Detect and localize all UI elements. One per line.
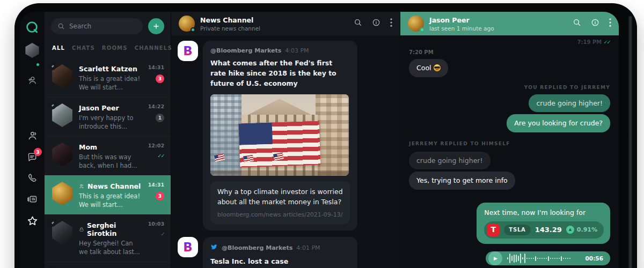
plus-icon <box>152 23 160 30</box>
search-input[interactable]: Search <box>51 18 143 34</box>
nyse-flag-photo[interactable] <box>210 94 349 176</box>
info-icon[interactable] <box>372 18 380 29</box>
ticker-symbol: TSLA <box>504 225 530 235</box>
channel-title: News Channel <box>200 16 348 24</box>
sunglasses-emoji <box>434 64 441 71</box>
chat-preview: I'm very happy to introduce this... <box>79 114 143 131</box>
contact-name: Jason Peer <box>429 16 567 24</box>
message-bubble-crude-question[interactable]: Are you looking for crude? <box>507 114 610 132</box>
chat-name: Mom <box>79 143 143 151</box>
sent-receipt: 7:19 PM✓✓ <box>577 39 610 45</box>
quoted-message[interactable]: crude going higher! <box>409 152 491 170</box>
search-row: Search <box>45 12 171 39</box>
news-messages: B @Bloomberg Markets 4:03 PM What comes … <box>171 35 400 268</box>
chat-name: Serghei Sirotkin <box>87 221 143 237</box>
unread-badge: 3 <box>156 75 164 83</box>
read-receipt: ✓ <box>161 231 164 237</box>
chat-preview: This is a great idea! We will start... <box>79 75 143 92</box>
chat-time: 14:31 <box>148 182 164 188</box>
chat-time: 10:03 <box>148 221 164 227</box>
reply-caption-you: YOU REPLIED TO JERREMY <box>524 85 610 90</box>
chats-icon[interactable]: 3 <box>27 152 38 162</box>
search-icon[interactable] <box>354 18 362 29</box>
add-contact-icon[interactable] <box>27 75 38 86</box>
tab-all[interactable]: ALL <box>52 45 65 51</box>
chat-time: 12:02 <box>148 143 164 148</box>
nav-rail: 3 <box>20 12 45 268</box>
direct-chat-header: Jason Peer last seen 1 minute ago <box>400 12 619 35</box>
lock-icon <box>79 227 84 232</box>
link-preview-url: bloomberg.com/news articles/2021-09-13/ <box>217 211 343 218</box>
chat-row-matthew[interactable]: Matthew Birdsman Yes I did! It goes a li… <box>45 262 171 268</box>
voice-duration: 00:56 <box>586 255 603 262</box>
direct-chat-panel: Jason Peer last seen 1 minute ago 7:19 P… <box>400 12 619 268</box>
online-status-dot <box>191 27 195 32</box>
messenger-app: 3 <box>20 12 619 268</box>
tesla-logo: T <box>487 224 500 236</box>
channel-icon <box>79 183 85 189</box>
channel-avatar[interactable] <box>179 16 195 32</box>
stock-change: 0.91% <box>577 226 597 234</box>
message-bubble-more-info[interactable]: Yes, trying to get more info <box>409 172 515 190</box>
search-icon <box>57 23 65 30</box>
news-channel-header: News Channel Private news channel <box>171 12 400 35</box>
contacts-icon[interactable] <box>27 130 38 142</box>
favorites-star-icon[interactable] <box>26 215 39 227</box>
bloomberg-avatar[interactable]: B <box>178 237 198 257</box>
pin-icon <box>48 101 56 109</box>
chat-time: 14:31 <box>148 64 164 70</box>
quoted-message[interactable]: crude going higher! <box>529 94 610 113</box>
new-chat-button[interactable] <box>148 18 164 34</box>
stock-message-bubble[interactable]: Next time, now I'm looking for T TSLA 14… <box>477 203 610 244</box>
news-message-2: B @Bloomberg Markets 4:01 PM Tesla Inc. … <box>178 237 393 268</box>
chats-badge: 3 <box>34 148 42 156</box>
read-receipt: ✓✓ <box>157 153 164 159</box>
bloomberg-avatar[interactable]: B <box>178 41 198 61</box>
message-card[interactable]: @Bloomberg Markets 4:01 PM Tesla Inc. lo… <box>203 237 357 268</box>
message-time: 4:03 PM <box>285 47 309 54</box>
chat-preview: But this was way back, when I had... <box>79 153 143 170</box>
calls-icon[interactable] <box>27 173 38 183</box>
channel-subtitle: Private news channel <box>200 25 348 32</box>
chat-name: Scarlett Katzen <box>79 65 143 73</box>
profile-avatar-image <box>25 43 40 58</box>
avatar <box>51 143 74 166</box>
reply-caption-jerremy: JERREMY REPLIED TO HIMSELF <box>409 141 510 146</box>
news-message-1: B @Bloomberg Markets 4:03 PM What comes … <box>178 41 393 230</box>
tablet-frame: 3 <box>14 3 637 268</box>
chat-name: Jason Peer <box>79 104 143 112</box>
message-bubble-cool[interactable]: Cool <box>409 59 448 77</box>
channels-icon[interactable] <box>27 193 38 205</box>
tab-channels[interactable]: CHANNELS <box>135 45 172 51</box>
chat-row-mom[interactable]: Mom But this was way back, when I had...… <box>45 136 171 175</box>
time-label: 7:20 PM <box>409 49 434 55</box>
kebab-menu-icon[interactable] <box>390 18 392 29</box>
twitter-icon <box>210 243 218 252</box>
kebab-menu-icon[interactable] <box>609 18 611 29</box>
chat-row-serghei[interactable]: Serghei Sirotkin Hey Serghei! Can we tal… <box>45 214 171 262</box>
chat-row-news-channel[interactable]: News Channel This is a great idea! We wi… <box>45 175 171 214</box>
stock-price: 143.29 <box>535 225 562 235</box>
message-text: Tesla Inc. lost a case <box>210 257 288 265</box>
contact-avatar[interactable] <box>408 16 424 32</box>
info-icon[interactable] <box>591 18 599 29</box>
play-button[interactable]: ▶ <box>488 251 502 265</box>
profile-avatar[interactable] <box>25 43 40 66</box>
chat-list-panel: Search ALL CHATS ROOMS CHANNELS <box>45 12 171 268</box>
voice-waveform[interactable] <box>507 252 581 264</box>
direct-chat-messages: 7:19 PM✓✓ 7:20 PM Cool YOU REPLIED TO JE… <box>400 35 619 268</box>
news-channel-panel: News Channel Private news channel B <box>171 12 400 268</box>
message-time: 4:01 PM <box>296 244 320 251</box>
message-card[interactable]: @Bloomberg Markets 4:03 PM What comes af… <box>203 41 357 230</box>
up-arrow-icon: ▲ <box>566 226 574 234</box>
chat-preview: This is a great idea! We will start... <box>79 192 143 209</box>
chat-row-scarlett[interactable]: Scarlett Katzen This is a great idea! We… <box>45 58 171 97</box>
link-preview-card[interactable]: Why a top climate investor is worried ab… <box>210 181 350 224</box>
chat-row-jason[interactable]: Jason Peer I'm very happy to introduce t… <box>45 97 171 136</box>
stock-ticker-chip[interactable]: T TSLA 143.29 ▲ 0.91% <box>484 221 604 239</box>
search-icon[interactable] <box>573 18 581 29</box>
tab-chats[interactable]: CHATS <box>72 45 95 51</box>
tab-rooms[interactable]: ROOMS <box>102 45 128 51</box>
app-logo-icon[interactable] <box>25 20 39 34</box>
filter-tabs: ALL CHATS ROOMS CHANNELS <box>45 39 171 58</box>
